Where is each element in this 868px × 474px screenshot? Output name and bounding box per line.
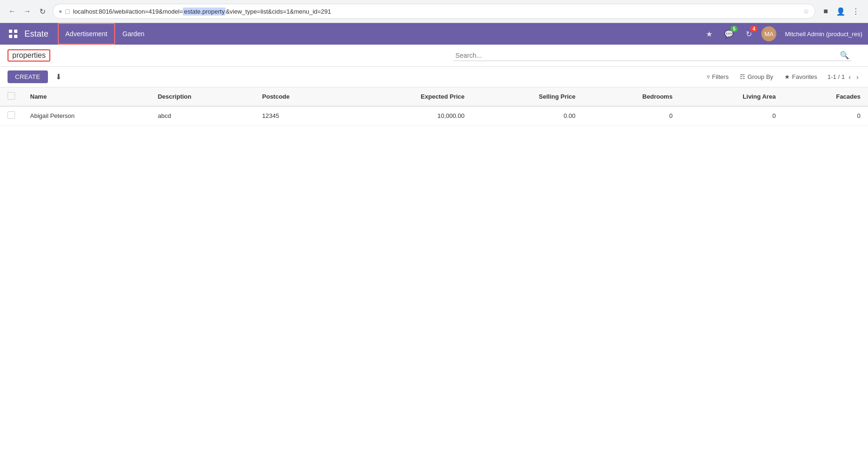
row-description: abcd [150,106,255,125]
browser-actions: ■ 👤 ⋮ [819,5,862,18]
col-header-bedrooms[interactable]: Bedrooms [583,87,680,106]
star-icon[interactable]: ★ [702,27,716,41]
select-all-header [0,87,23,106]
browser-nav-buttons: ← → ↻ [6,5,49,18]
download-button[interactable]: ⬇ [52,70,65,83]
col-header-postcode[interactable]: Postcode [255,87,346,106]
browser-chrome: ← → ↻ ● ▢ localhost:8016/web#action=419&… [0,0,868,23]
messages-badge: 5 [730,26,738,32]
row-name[interactable]: Abigail Peterson [23,106,150,125]
bookmark-icon[interactable]: ☆ [803,8,809,15]
col-header-selling-price[interactable]: Selling Price [472,87,583,106]
row-bedrooms: 0 [583,106,680,125]
col-header-name[interactable]: Name [23,87,150,106]
row-expected-price: 10,000.00 [346,106,472,125]
updates-badge: 4 [750,26,758,32]
filter-icon: ▿ [707,73,710,80]
filter-buttons: ▿ Filters ☶ Group By ★ Favorites [702,71,822,82]
messages-icon[interactable]: 💬 5 [722,27,736,41]
content-area: properties 🔍 CREATE ⬇ ▿ Filters ☶ Group … [0,45,868,474]
favorites-button[interactable]: ★ Favorites [780,71,821,82]
row-living-area: 0 [680,106,783,125]
col-header-facades[interactable]: Facades [783,87,868,106]
select-all-checkbox[interactable] [8,92,15,100]
security-icon: ● [59,8,62,15]
search-input[interactable] [455,52,840,59]
favorites-icon: ★ [784,73,790,80]
col-header-description[interactable]: Description [150,87,255,106]
back-button[interactable]: ← [6,5,19,18]
row-facades: 0 [783,106,868,125]
groupby-icon: ☶ [740,73,745,80]
forward-button[interactable]: → [21,5,34,18]
address-bar[interactable]: ● ▢ localhost:8016/web#action=419&model=… [53,4,815,19]
url-display: localhost:8016/web#action=419&model=esta… [73,8,800,15]
app-title[interactable]: Estate [24,29,48,39]
page-title: properties [8,49,50,62]
create-button[interactable]: CREATE [8,70,48,83]
app-grid-icon[interactable] [6,26,21,41]
menu-icon[interactable]: ⋮ [849,5,862,18]
row-checkbox[interactable] [8,111,15,119]
pagination: 1-1 / 1 ‹ › [828,72,860,82]
row-postcode: 12345 [255,106,346,125]
pagination-prev[interactable]: ‹ [847,72,853,82]
table-header-row: Name Description Postcode Expected Price… [0,87,868,106]
extensions-icon[interactable]: ■ [819,5,832,18]
navbar-icons: ★ 💬 5 ↻ 4 MA Mitchell Admin (product_res… [702,26,862,41]
pagination-info: 1-1 / 1 [828,73,845,80]
app-navbar: Estate Advertisement Garden ★ 💬 5 ↻ 4 MA… [0,23,868,45]
nav-menu-item-garden[interactable]: Garden [115,23,152,45]
table-body: Abigail Peterson abcd 12345 10,000.00 0.… [0,106,868,125]
search-container: 🔍 [454,50,851,61]
filters-button[interactable]: ▿ Filters [702,71,733,82]
svg-rect-0 [9,30,12,33]
user-name[interactable]: Mitchell Admin (product_res) [785,31,862,38]
svg-rect-3 [14,35,17,38]
svg-rect-2 [9,35,12,38]
row-selling-price: 0.00 [472,106,583,125]
page-icon: ▢ [65,8,70,15]
page-header: properties 🔍 [0,45,868,67]
updates-icon[interactable]: ↻ 4 [742,27,756,41]
user-avatar[interactable]: MA [761,26,776,41]
search-icon[interactable]: 🔍 [840,51,849,60]
row-checkbox-cell [0,106,23,125]
nav-menu-item-advertisement[interactable]: Advertisement [58,23,115,45]
svg-rect-1 [14,30,17,33]
table-row[interactable]: Abigail Peterson abcd 12345 10,000.00 0.… [0,106,868,125]
col-header-living-area[interactable]: Living Area [680,87,783,106]
pagination-next[interactable]: › [854,72,860,82]
table-header: Name Description Postcode Expected Price… [0,87,868,106]
col-header-expected-price[interactable]: Expected Price [346,87,472,106]
data-table: Name Description Postcode Expected Price… [0,87,868,125]
action-bar: CREATE ⬇ ▿ Filters ☶ Group By ★ Favorite… [0,67,868,87]
groupby-button[interactable]: ☶ Group By [735,71,778,82]
reload-button[interactable]: ↻ [36,5,49,18]
profile-icon[interactable]: 👤 [834,5,847,18]
